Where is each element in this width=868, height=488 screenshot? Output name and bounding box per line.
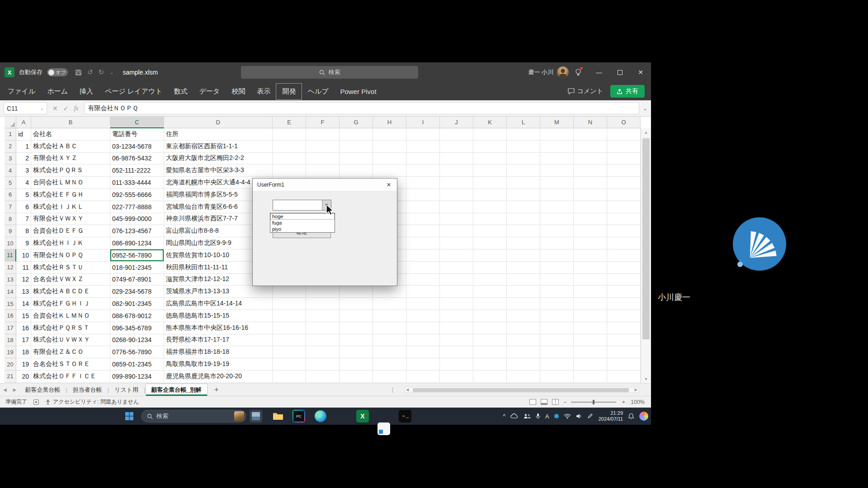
cell-K10[interactable]	[473, 237, 507, 249]
cell-E4[interactable]	[273, 164, 306, 177]
cell-N19[interactable]	[574, 346, 607, 358]
column-header-L[interactable]: L	[507, 117, 540, 128]
cell-C2[interactable]: 03-1234-5678	[110, 141, 164, 153]
cell-F16[interactable]	[306, 310, 340, 322]
combo-option-fuga[interactable]: fuga	[270, 220, 335, 226]
sheet-tab-2[interactable]: リスト用	[109, 384, 144, 396]
cell-B9[interactable]: 合資会社ＤＥＦＧ	[31, 225, 110, 237]
cell-C7[interactable]: 022-777-8888	[110, 201, 164, 213]
cell-G14[interactable]	[340, 286, 373, 298]
tray-app-badge[interactable]	[639, 412, 648, 421]
cell-I4[interactable]	[406, 164, 440, 177]
cell-B11[interactable]: 有限会社ＮＯＰＱ	[31, 249, 110, 262]
sheet-tab-0[interactable]: 顧客企業台帳	[19, 384, 66, 396]
zoom-in-icon[interactable]: ＋	[621, 398, 626, 406]
cell-J15[interactable]	[440, 298, 473, 310]
cell-J10[interactable]	[440, 237, 473, 249]
cell-I21[interactable]	[406, 371, 440, 383]
cell-J4[interactable]	[440, 164, 473, 177]
cell-O6[interactable]	[607, 189, 641, 201]
cell-H18[interactable]	[373, 334, 406, 347]
cell-A5[interactable]: 4	[16, 177, 31, 189]
cell-G18[interactable]	[340, 334, 373, 347]
tray-expand-icon[interactable]: ^	[503, 413, 505, 419]
cell-E17[interactable]	[273, 322, 306, 334]
cell-H16[interactable]	[373, 310, 406, 322]
cell-J12[interactable]	[440, 262, 473, 274]
cell-I5[interactable]	[406, 177, 440, 189]
cell-G15[interactable]	[340, 298, 373, 310]
cell-O2[interactable]	[607, 141, 641, 153]
scroll-left-icon[interactable]: ◀	[406, 388, 409, 392]
zoom-level[interactable]: 100%	[631, 399, 645, 405]
row-header-7[interactable]: 7	[5, 201, 16, 213]
cell-A11[interactable]: 10	[16, 249, 31, 262]
cell-C10[interactable]: 086-890-1234	[110, 237, 164, 249]
cell-J8[interactable]	[440, 213, 473, 225]
cell-A14[interactable]: 13	[16, 286, 31, 298]
cell-C4[interactable]: 052-111-2222	[110, 164, 164, 177]
cell-M13[interactable]	[540, 274, 574, 286]
cell-K11[interactable]	[473, 249, 507, 262]
cell-O17[interactable]	[607, 322, 641, 334]
pycharm-icon[interactable]: PC	[292, 410, 305, 422]
page-layout-view-icon[interactable]	[541, 399, 547, 405]
cell-K15[interactable]	[473, 298, 507, 310]
row-header-18[interactable]: 18	[5, 334, 16, 347]
cancel-entry-icon[interactable]: ✕	[52, 105, 58, 112]
ribbon-tab-1[interactable]: ホーム	[41, 84, 74, 99]
cell-L13[interactable]	[507, 274, 540, 286]
cell-I3[interactable]	[406, 153, 440, 165]
cell-C5[interactable]: 011-333-4444	[110, 177, 164, 189]
cell-M2[interactable]	[540, 141, 574, 153]
userform-close-button[interactable]: ✕	[381, 178, 397, 191]
workbook-filename[interactable]: sample.xlsm	[123, 69, 158, 76]
macro-record-icon[interactable]	[33, 399, 39, 405]
cell-O7[interactable]	[607, 201, 641, 213]
cell-K13[interactable]	[473, 274, 507, 286]
cell-H15[interactable]	[373, 298, 406, 310]
cell-B5[interactable]: 合同会社ＬＭＮＯ	[31, 177, 110, 189]
notepad-icon[interactable]	[377, 422, 390, 435]
cell-M12[interactable]	[540, 262, 574, 274]
cell-C16[interactable]: 088-678-9012	[110, 310, 164, 322]
cell-B20[interactable]: 合名会社ＳＴＯＲＥ	[31, 358, 110, 371]
cell-N7[interactable]	[574, 201, 607, 213]
save-icon[interactable]	[75, 69, 82, 76]
notification-bell-icon[interactable]	[628, 413, 634, 420]
cell-G2[interactable]	[340, 141, 373, 153]
cell-C1[interactable]: 電話番号	[110, 128, 164, 141]
column-header-J[interactable]: J	[440, 117, 473, 128]
cell-I9[interactable]	[406, 225, 440, 237]
row-header-19[interactable]: 19	[5, 346, 16, 358]
cell-N11[interactable]	[574, 249, 607, 262]
page-break-view-icon[interactable]	[552, 399, 559, 405]
cell-D14[interactable]: 茨城県水戸市13-13-13	[164, 286, 273, 298]
cell-L5[interactable]	[507, 177, 540, 189]
cell-M18[interactable]	[540, 334, 574, 347]
cell-J19[interactable]	[440, 346, 473, 358]
row-header-14[interactable]: 14	[5, 286, 16, 298]
people-icon[interactable]	[524, 413, 531, 419]
cell-A20[interactable]: 19	[16, 358, 31, 371]
cell-D2[interactable]: 東京都新宿区西新宿1-1-1	[164, 141, 273, 153]
title-search-box[interactable]: 検索	[241, 66, 418, 79]
combo-option-hoge[interactable]: hoge	[270, 213, 335, 220]
edge-icon[interactable]	[315, 410, 326, 422]
cell-L21[interactable]	[507, 371, 540, 383]
row-header-16[interactable]: 16	[5, 310, 16, 322]
cell-O1[interactable]	[607, 128, 641, 141]
cell-F20[interactable]	[306, 358, 340, 371]
cell-G19[interactable]	[340, 346, 373, 358]
cell-M15[interactable]	[540, 298, 574, 310]
cell-L6[interactable]	[507, 189, 540, 201]
row-header-9[interactable]: 9	[5, 225, 16, 237]
cell-A19[interactable]: 18	[16, 346, 31, 358]
cell-C18[interactable]: 0268-90-1234	[110, 334, 164, 347]
cell-M14[interactable]	[540, 286, 574, 298]
cell-B6[interactable]: 株式会社ＥＦＧＨ	[31, 189, 110, 201]
wifi-icon[interactable]	[564, 413, 571, 419]
cell-J1[interactable]	[440, 128, 473, 141]
horizontal-scrollbar[interactable]: ◀ ▶	[404, 387, 639, 393]
next-sheet-icon[interactable]: ▶	[10, 387, 20, 392]
